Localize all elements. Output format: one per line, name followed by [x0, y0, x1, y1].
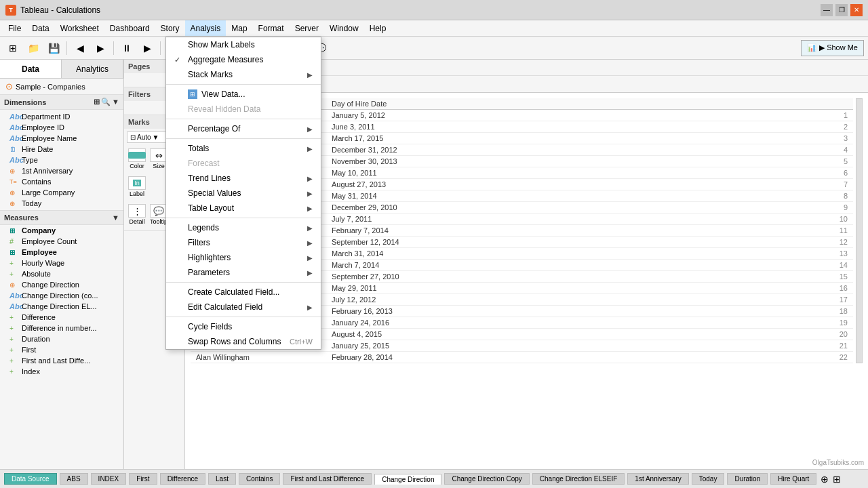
menu-trend-lines[interactable]: Trend Lines ▶: [166, 171, 321, 186]
menu-file[interactable]: File: [3, 20, 26, 36]
dimensions-search-icon[interactable]: 🔍: [101, 98, 111, 106]
maximize-button[interactable]: ❐: [835, 4, 848, 16]
dim-type[interactable]: Abc Type: [0, 155, 123, 165]
back-button[interactable]: ◀: [71, 39, 89, 57]
status-tab-last[interactable]: Last: [208, 473, 236, 485]
measure-change-direction[interactable]: ⊕ Change Direction: [0, 279, 123, 290]
dim-employee-id[interactable]: Abc Employee ID: [0, 122, 123, 133]
new-workbook-button[interactable]: ⊞: [4, 39, 22, 57]
menu-totals[interactable]: Totals ▶: [166, 141, 321, 156]
dim-large-company[interactable]: ⊕ Large Company: [0, 187, 123, 198]
data-tab[interactable]: Data: [0, 60, 62, 78]
status-tab-first-and-last-difference[interactable]: First and Last Difference: [283, 473, 372, 485]
sheet-list-button[interactable]: ⊞: [833, 474, 841, 485]
menu-server[interactable]: Server: [290, 20, 324, 36]
viz-scrollbar[interactable]: [856, 98, 863, 363]
menu-story[interactable]: Story: [155, 20, 185, 36]
menu-cycle-fields[interactable]: Cycle Fields: [166, 319, 321, 334]
analytics-tab[interactable]: Analytics: [62, 60, 123, 78]
show-me-button[interactable]: 📊 ▶ Show Me: [801, 40, 864, 56]
menu-data[interactable]: Data: [26, 20, 54, 36]
menu-map[interactable]: Map: [226, 20, 252, 36]
pause-button[interactable]: ⏸: [118, 39, 136, 57]
dim-1st-anniversary[interactable]: ⊕ 1st Anniversary: [0, 165, 123, 176]
status-tab-change-direction-copy[interactable]: Change Direction Copy: [444, 473, 529, 485]
status-tab-today[interactable]: Today: [692, 473, 725, 485]
minimize-button[interactable]: —: [821, 4, 833, 16]
status-tab-datasource[interactable]: Data Source: [4, 473, 57, 485]
add-sheet-button[interactable]: ⊕: [821, 474, 829, 485]
measures-header: Measures ▼: [0, 210, 123, 225]
dim-hire-date[interactable]: 🗓 Hire Date: [0, 144, 123, 155]
status-tab-abs[interactable]: ABS: [60, 473, 88, 485]
app-icon-label: T: [9, 7, 13, 14]
measure-difference[interactable]: + Difference: [0, 312, 123, 323]
menu-window[interactable]: Window: [324, 20, 364, 36]
menu-stack-marks[interactable]: Stack Marks ▶: [166, 67, 321, 82]
dim-icon-employee-id: Abc: [9, 123, 19, 131]
menu-format[interactable]: Format: [253, 20, 290, 36]
status-tab-duration[interactable]: Duration: [727, 473, 768, 485]
dimensions-expand-icon[interactable]: ▼: [112, 98, 119, 106]
marks-color-button[interactable]: Color: [127, 146, 147, 172]
measure-first[interactable]: + First: [0, 344, 123, 355]
measure-group-company[interactable]: ⊞ Company: [0, 225, 123, 236]
menu-aggregate-measures[interactable]: ✓ Aggregate Measures: [166, 52, 321, 67]
status-tab-change-direction[interactable]: Change Direction: [374, 474, 441, 485]
measure-change-direction-co[interactable]: Abc Change Direction (co...: [0, 290, 123, 301]
measure-duration[interactable]: + Duration: [0, 333, 123, 344]
marks-detail-button[interactable]: ⋮ Detail: [127, 201, 147, 228]
measure-absolute[interactable]: + Absolute: [0, 268, 123, 279]
menu-edit-calculated-field[interactable]: Edit Calculated Field ▶: [166, 300, 321, 314]
menu-view-data[interactable]: ⊞ View Data...: [166, 87, 321, 102]
cell-hire-date: August 4, 2015: [326, 329, 833, 340]
run-button[interactable]: ▶: [138, 39, 156, 57]
status-tab-first[interactable]: First: [129, 473, 157, 485]
menu-show-mark-labels[interactable]: Show Mark Labels: [166, 37, 321, 52]
save-button[interactable]: 💾: [45, 39, 62, 57]
menu-worksheet[interactable]: Worksheet: [55, 20, 104, 36]
menu-table-layout[interactable]: Table Layout ▶: [166, 201, 321, 216]
status-tab-hire-quart[interactable]: Hire Quart: [770, 473, 816, 485]
measure-group-employee[interactable]: ⊞ Employee: [0, 247, 123, 258]
status-tab-1st-anniversary[interactable]: 1st Anniversary: [627, 473, 688, 485]
menu-highlighters[interactable]: Highlighters ▶: [166, 250, 321, 265]
measure-employee-count[interactable]: # Employee Count: [0, 236, 123, 247]
menu-cycle-fields-label: Cycle Fields: [188, 322, 313, 331]
measure-first-last-diff[interactable]: + First and Last Diffe...: [0, 355, 123, 366]
dim-contains[interactable]: T= Contains: [0, 176, 123, 187]
cell-row-num: 9: [833, 202, 853, 214]
menu-create-calculated-field[interactable]: Create Calculated Field...: [166, 285, 321, 300]
close-button[interactable]: ✕: [850, 4, 863, 16]
col-hire-date-header: Day of Hire Date: [326, 98, 833, 110]
dim-today[interactable]: ⊕ Today: [0, 198, 123, 209]
menu-dashboard[interactable]: Dashboard: [104, 20, 155, 36]
open-button[interactable]: 📁: [24, 39, 42, 57]
menu-forecast: Forecast: [166, 156, 321, 171]
measure-label-hourly-wage: Hourly Wage: [22, 259, 64, 267]
menu-special-values[interactable]: Special Values ▶: [166, 186, 321, 201]
marks-label-button[interactable]: In Label: [127, 174, 147, 200]
cell-hire-date: January 5, 2012: [326, 110, 833, 121]
status-tab-difference[interactable]: Difference: [160, 473, 205, 485]
measure-index[interactable]: + Index: [0, 366, 123, 377]
status-tab-change-direction-elseif[interactable]: Change Direction ELSEIF: [532, 473, 625, 485]
menu-swap-rows-columns[interactable]: Swap Rows and Columns Ctrl+W: [166, 334, 321, 349]
menu-legends[interactable]: Legends ▶: [166, 220, 321, 235]
menu-parameters[interactable]: Parameters ▶: [166, 265, 321, 280]
dim-employee-name[interactable]: Abc Employee Name: [0, 133, 123, 144]
dim-department-id[interactable]: Abc Department ID: [0, 111, 123, 122]
status-tab-contains[interactable]: Contains: [239, 473, 280, 485]
menu-help[interactable]: Help: [364, 20, 392, 36]
status-tab-index[interactable]: INDEX: [91, 473, 127, 485]
dimensions-grid-icon[interactable]: ⊞: [94, 98, 100, 106]
menu-percentage-of[interactable]: Percentage Of ▶: [166, 121, 321, 136]
measures-expand-icon[interactable]: ▼: [112, 214, 119, 222]
measure-difference-number[interactable]: + Difference in number...: [0, 323, 123, 333]
measure-hourly-wage[interactable]: + Hourly Wage: [0, 258, 123, 268]
forward-button[interactable]: ▶: [92, 39, 109, 57]
data-source-row[interactable]: ⊙ Sample - Companies: [0, 79, 123, 94]
menu-analysis[interactable]: Analysis: [185, 20, 226, 36]
menu-filters[interactable]: Filters ▶: [166, 235, 321, 250]
measure-change-direction-el[interactable]: Abc Change Direction EL...: [0, 301, 123, 312]
